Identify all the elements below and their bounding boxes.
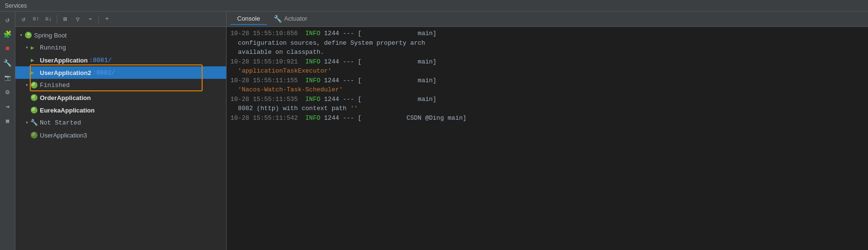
user-application2-port[interactable]: :8082/ (93, 69, 115, 76)
expand-all-button[interactable]: ≡↓ (43, 14, 54, 25)
tree-order-application[interactable]: OrderApplication (15, 91, 226, 104)
log-line-1: 10-28 15:55:10:856 INFO 1244 --- [ main … (230, 29, 864, 38)
not-started-chevron (23, 119, 31, 126)
log-line-3: available on classpath. (230, 48, 864, 57)
collapse-all-button[interactable]: ≡↑ (31, 14, 41, 25)
eureka-app-icon (31, 107, 37, 113)
finished-icon (31, 82, 37, 88)
services-panel: ↺ ≡↑ ≡↓ ⊞ ▽ ⌁ + 🍃 Spring Boot (15, 12, 227, 250)
refresh-sidebar-icon[interactable]: ↺ (2, 14, 13, 25)
spring-boot-label: Spring Boot (34, 32, 67, 39)
log-line-10: 10-28 15:55:11:542 INFO 1244 --- [ CSDN … (230, 113, 864, 123)
log-level-10: INFO (305, 113, 320, 123)
add-button[interactable]: + (102, 14, 112, 25)
tree-user-application2[interactable]: UserApplication2 :8082/ (15, 66, 226, 79)
services-tree-container: 🍃 Spring Boot Running UserApplication :8… (15, 27, 226, 250)
running-icon (31, 44, 37, 51)
puzzle-icon[interactable]: 🧩 (2, 29, 13, 39)
console-tab-label: Console (237, 15, 260, 22)
logout-icon[interactable]: ⇥ (2, 101, 13, 112)
tree-finished-group[interactable]: Finished (15, 79, 226, 91)
log-highlight-7: 'Nacos-Watch-Task-Scheduler' (238, 85, 343, 95)
log-line-6: 10-28 15:55:11:155 INFO 1244 --- [ main … (230, 76, 864, 86)
log-level-6: INFO (305, 76, 320, 86)
log-highlight-9: '' (350, 104, 358, 113)
not-started-label: Not Started (40, 119, 81, 126)
sidebar-icons: ↺ 🧩 ■ 🔧 📷 ⚙ ⇥ ▦ (0, 12, 15, 250)
order-app-icon (31, 94, 37, 101)
running-label: Running (40, 44, 66, 51)
title-bar: Services (0, 0, 868, 12)
user-app2-run-icon (31, 69, 37, 76)
tree-user-application3[interactable]: UserApplication3 (15, 129, 226, 141)
finished-label: Finished (40, 82, 70, 89)
stop-icon[interactable]: ■ (2, 43, 13, 54)
log-timestamp-8: 10-28 15:55:11:535 (230, 95, 298, 104)
tree-spring-boot[interactable]: 🍃 Spring Boot (15, 29, 226, 41)
run-config-button[interactable]: ⌁ (85, 14, 96, 25)
camera-icon[interactable]: 📷 (2, 72, 13, 83)
spring-boot-icon: 🍃 (25, 32, 32, 38)
toolbar-separator-2 (98, 15, 99, 24)
refresh-button[interactable]: ↺ (18, 14, 29, 25)
log-line-7: 'Nacos-Watch-Task-Scheduler' (230, 85, 864, 95)
tabs-bar: Console 🔧 Actuator (227, 12, 868, 27)
grid-icon[interactable]: ▦ (2, 115, 13, 126)
eureka-application-label: EurekaApplication (40, 107, 95, 114)
gear-icon[interactable]: ⚙ (2, 87, 13, 97)
services-tree: 🍃 Spring Boot Running UserApplication :8… (15, 27, 226, 143)
actuator-icon: 🔧 (274, 15, 282, 23)
toolbar-separator-1 (57, 15, 57, 24)
log-timestamp-6: 10-28 15:55:11:155 (230, 76, 298, 86)
user-application3-label: UserApplication3 (40, 132, 87, 139)
log-highlight-5: 'applicationTaskExecutor' (238, 66, 332, 76)
running-chevron (23, 44, 31, 51)
console-output: 10-28 15:55:10:856 INFO 1244 --- [ main … (227, 27, 868, 250)
user-application2-label: UserApplication2 (40, 69, 91, 76)
actuator-tab-label: Actuator (284, 15, 307, 22)
log-line-5: 'applicationTaskExecutor' (230, 66, 864, 76)
tree-running-group[interactable]: Running (15, 41, 226, 54)
tree-user-application[interactable]: UserApplication :8081/ (15, 54, 226, 66)
log-timestamp-4: 10-28 15:55:10:921 (230, 57, 298, 67)
filter-button[interactable]: ▽ (72, 14, 83, 25)
tab-actuator[interactable]: 🔧 Actuator (267, 13, 314, 25)
log-level-8: INFO (305, 95, 320, 104)
user-app-run-icon (31, 57, 37, 63)
log-line-2: configuration sources, define System pro… (230, 38, 864, 48)
group-button[interactable]: ⊞ (60, 14, 71, 25)
user-application-port[interactable]: :8081/ (89, 57, 112, 64)
log-line-9: 8082 (http) with context path '' (230, 104, 864, 113)
log-level-4: INFO (305, 57, 320, 67)
user-application-label: UserApplication (40, 57, 88, 64)
order-application-label: OrderApplication (40, 94, 91, 101)
wrench-sidebar-icon[interactable]: 🔧 (2, 58, 13, 68)
log-line-8: 10-28 15:55:11:535 INFO 1244 --- [ main … (230, 95, 864, 104)
log-level-1: INFO (305, 29, 320, 38)
tree-eureka-application[interactable]: EurekaApplication (15, 104, 226, 116)
log-line-4: 10-28 15:55:10:921 INFO 1244 --- [ main … (230, 57, 864, 67)
title-label: Services (5, 2, 27, 9)
right-panel: Console 🔧 Actuator 10-28 15:55:10:856 IN… (227, 12, 868, 250)
services-toolbar: ↺ ≡↑ ≡↓ ⊞ ▽ ⌁ + (15, 12, 226, 27)
finished-chevron (23, 81, 31, 89)
tree-not-started-group[interactable]: 🔧 Not Started (15, 116, 226, 129)
log-timestamp-10: 10-28 15:55:11:542 (230, 113, 298, 123)
user-app3-icon (31, 132, 37, 138)
not-started-icon: 🔧 (31, 119, 37, 126)
spring-boot-chevron (17, 31, 25, 39)
tab-console[interactable]: Console (230, 13, 267, 25)
log-timestamp-1: 10-28 15:55:10:856 (230, 29, 298, 38)
